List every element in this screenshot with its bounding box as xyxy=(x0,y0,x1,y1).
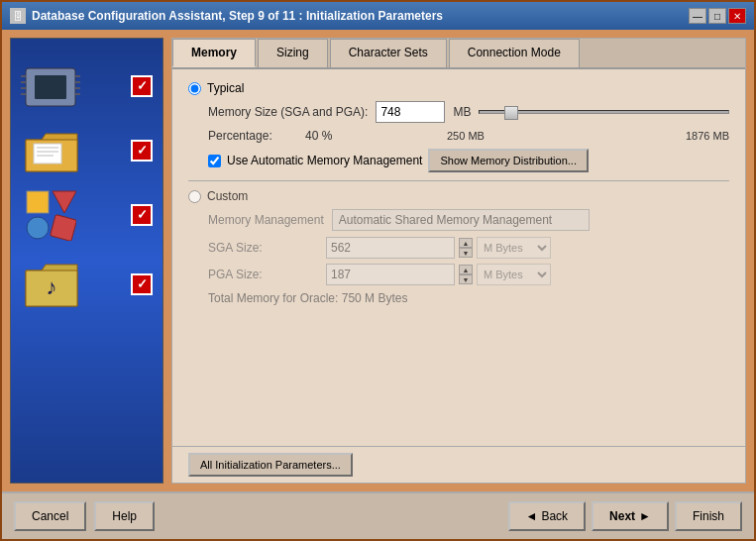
main-window: 🗄 Database Configuration Assistant, Step… xyxy=(0,0,756,541)
footer: Cancel Help ◄ Back Next ► Finish xyxy=(2,491,754,539)
tab-bar: Memory Sizing Character Sets Connection … xyxy=(172,39,745,69)
pga-label: PGA Size: xyxy=(208,268,322,281)
pga-input xyxy=(326,264,455,285)
memory-size-label: Memory Size (SGA and PGA): xyxy=(208,105,368,119)
folder-icon xyxy=(24,126,78,175)
shapes-icon xyxy=(25,189,76,241)
pga-spin-down[interactable]: ▼ xyxy=(459,274,473,284)
custom-radio-row: Custom xyxy=(188,189,729,203)
total-memory-value: 750 M Bytes xyxy=(342,291,408,305)
typical-section: Typical Memory Size (SGA and PGA): MB xyxy=(188,81,729,172)
svg-marker-17 xyxy=(53,191,76,213)
sga-input xyxy=(326,237,455,259)
sga-spin-up[interactable]: ▲ xyxy=(459,238,473,248)
chip-icon-container xyxy=(21,58,80,113)
memory-slider-container xyxy=(479,110,729,114)
left-panel: ✓ ✓ xyxy=(10,38,163,484)
close-button[interactable]: ✕ xyxy=(728,8,746,24)
show-distribution-button[interactable]: Show Memory Distribution... xyxy=(428,149,589,172)
sga-size-row: SGA Size: ▲ ▼ M Bytes xyxy=(208,237,729,259)
memory-size-row: Memory Size (SGA and PGA): MB xyxy=(208,101,729,123)
memory-size-input[interactable] xyxy=(376,101,445,123)
memory-mgmt-input xyxy=(332,209,590,231)
svg-rect-1 xyxy=(35,75,66,99)
back-arrow: ◄ xyxy=(526,509,538,523)
custom-indent: Memory Management SGA Size: ▲ ▼ xyxy=(208,209,729,305)
typical-radio-row: Typical xyxy=(188,81,729,95)
check-badge-2: ✓ xyxy=(131,140,153,162)
total-memory-label: Total Memory for Oracle: xyxy=(208,291,338,305)
memory-slider-track xyxy=(479,110,729,114)
folder-icon-container xyxy=(21,123,80,177)
sga-spin-down[interactable]: ▼ xyxy=(459,248,473,258)
custom-label[interactable]: Custom xyxy=(207,189,248,203)
next-button[interactable]: Next ► xyxy=(592,501,669,531)
pga-spinner[interactable]: ▲ ▼ xyxy=(459,265,473,284)
music-folder-icon: ♪ xyxy=(24,257,78,311)
memory-mgmt-label: Memory Management xyxy=(208,213,324,227)
pga-size-row: PGA Size: ▲ ▼ M Bytes xyxy=(208,264,729,285)
tab-sizing[interactable]: Sizing xyxy=(258,39,328,67)
svg-rect-12 xyxy=(34,144,61,163)
percentage-value: 40 % xyxy=(305,129,360,143)
tab-content-memory: Typical Memory Size (SGA and PGA): MB xyxy=(172,69,745,446)
finish-button[interactable]: Finish xyxy=(675,501,742,531)
check-badge-1: ✓ xyxy=(131,75,153,97)
title-bar: 🗄 Database Configuration Assistant, Step… xyxy=(2,2,754,30)
footer-right: ◄ Back Next ► Finish xyxy=(508,501,743,531)
typical-label[interactable]: Typical xyxy=(207,81,244,95)
percentage-row: Percentage: 40 % 250 MB 1876 MB xyxy=(208,129,729,143)
right-panel: Memory Sizing Character Sets Connection … xyxy=(171,38,746,484)
svg-rect-16 xyxy=(27,191,49,213)
pga-unit-select: M Bytes xyxy=(477,264,551,285)
next-arrow: ► xyxy=(639,509,651,523)
window-title: Database Configuration Assistant, Step 9… xyxy=(32,9,443,23)
maximize-button[interactable]: □ xyxy=(708,8,726,24)
memory-unit-label: MB xyxy=(453,105,471,119)
custom-section: Custom Memory Management SGA Size: xyxy=(188,189,729,305)
typical-radio[interactable] xyxy=(188,82,201,95)
percentage-label: Percentage: xyxy=(208,129,297,143)
range-min: 250 MB xyxy=(447,130,485,142)
music-folder-icon-container: ♪ xyxy=(21,257,80,311)
tab-memory[interactable]: Memory xyxy=(172,39,256,67)
window-icon: 🗄 xyxy=(10,8,26,24)
sga-label: SGA Size: xyxy=(208,241,322,255)
next-label: Next xyxy=(609,509,635,523)
minimize-button[interactable]: — xyxy=(689,8,706,24)
svg-rect-18 xyxy=(27,217,49,239)
range-max: 1876 MB xyxy=(686,130,729,142)
tab-connection-mode[interactable]: Connection Mode xyxy=(449,39,580,67)
total-memory-row: Total Memory for Oracle: 750 M Bytes xyxy=(208,291,729,305)
custom-radio[interactable] xyxy=(188,190,201,203)
back-label: Back xyxy=(541,509,568,523)
chip-icon xyxy=(21,58,80,113)
tab-character-sets[interactable]: Character Sets xyxy=(330,39,447,67)
sga-unit-select: M Bytes xyxy=(477,237,551,259)
all-init-params-button[interactable]: All Initialization Parameters... xyxy=(188,453,353,477)
auto-memory-label[interactable]: Use Automatic Memory Management xyxy=(227,154,422,167)
help-button[interactable]: Help xyxy=(94,501,155,531)
svg-rect-19 xyxy=(51,214,76,240)
pga-spin-up[interactable]: ▲ xyxy=(459,265,473,274)
bottom-area: All Initialization Parameters... xyxy=(172,446,745,483)
back-button[interactable]: ◄ Back xyxy=(508,501,587,531)
check-badge-4: ✓ xyxy=(131,273,153,295)
cancel-button[interactable]: Cancel xyxy=(14,501,86,531)
separator-1 xyxy=(188,180,729,181)
typical-indent: Memory Size (SGA and PGA): MB Perc xyxy=(208,101,729,172)
svg-text:♪: ♪ xyxy=(46,274,56,299)
auto-memory-row: Use Automatic Memory Management Show Mem… xyxy=(208,149,729,172)
shapes-icon-container xyxy=(21,187,80,242)
sga-spinner[interactable]: ▲ ▼ xyxy=(459,238,473,258)
check-badge-3: ✓ xyxy=(131,204,153,226)
auto-memory-checkbox[interactable] xyxy=(208,155,221,167)
footer-left: Cancel Help xyxy=(14,501,155,531)
memory-slider-thumb[interactable] xyxy=(504,106,518,120)
memory-mgmt-row: Memory Management xyxy=(208,209,729,231)
